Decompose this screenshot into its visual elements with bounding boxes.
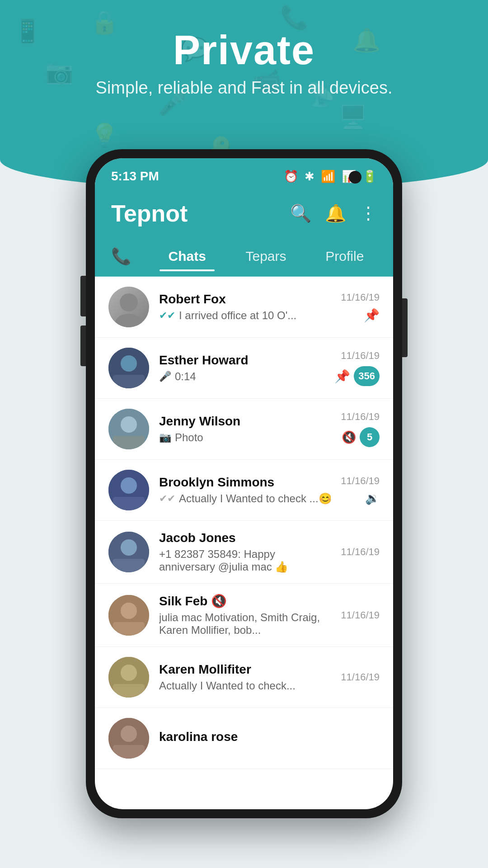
status-icons: ⏰ ✱ 📶 📊 🔋 [284,170,377,184]
chat-date: 11/16/19 [341,546,380,558]
power-button [402,298,408,357]
chat-content: Brooklyn Simmons ✔✔ Actually I Wanted to… [159,475,331,505]
phone-shell: 5:13 PM ⏰ ✱ 📶 📊 🔋 Tepnot 🔍 🔔 ⋮ [86,149,402,818]
chat-content: Robert Fox ✔✔ I arrived office at 10 O'.… [159,292,331,322]
status-bar: 5:13 PM ⏰ ✱ 📶 📊 🔋 [95,158,393,191]
chat-content: Jenny Wilson 📷 Photo [159,414,331,444]
avatar [108,657,149,698]
chat-content: karolina rose [159,730,370,747]
chat-item-karolina-rose[interactable]: karolina rose [95,708,393,769]
double-check-icon: ✔✔ [159,493,175,505]
svg-point-21 [121,726,137,742]
volume-mute-icon: 🔉 [365,491,380,505]
camera-hole [349,171,361,184]
volume-down-button [80,326,86,366]
camera-icon: 📷 [159,432,171,443]
svg-rect-22 [113,745,145,759]
wifi-icon: 📶 [321,170,335,184]
chat-date: 11/16/19 [341,350,380,362]
volume-up-button [80,276,86,316]
chat-meta: 11/16/19 [341,609,380,621]
chat-date: 11/16/19 [341,671,380,683]
chat-item-karen-mollifiter[interactable]: Karen Mollifiter Actually I Wanted to ch… [95,647,393,708]
hero-subtitle: Simple, reliable and Fast in all devices… [0,78,488,98]
phone-mockup: 5:13 PM ⏰ ✱ 📶 📊 🔋 Tepnot 🔍 🔔 ⋮ [86,149,402,818]
status-time: 5:13 PM [111,169,159,184]
chat-preview: 📷 Photo [159,431,331,444]
chat-name: karolina rose [159,730,370,744]
chat-content: Jacob Jones +1 82387 35849: Happy annive… [159,531,331,573]
mute-icon: 🔇 [342,430,356,444]
more-options-icon[interactable]: ⋮ [360,203,377,223]
chat-content: Karen Mollifiter Actually I Wanted to ch… [159,662,331,692]
app-header: Tepnot 🔍 🔔 ⋮ [95,191,393,236]
chat-name: Silk Feb 🔇 [159,594,331,609]
svg-rect-7 [113,436,145,449]
chat-preview: Actually I Wanted to check... [159,679,331,692]
chat-date: 11/16/19 [341,609,380,621]
avatar [108,718,149,759]
avatar [108,409,149,449]
pin-icon: 📌 [364,308,380,323]
hero-section: Private Simple, reliable and Fast in all… [0,27,488,98]
chat-preview: julia mac Motivation, Smith Craig, Karen… [159,611,331,637]
chat-preview: +1 82387 35849: Happy anniversary @julia… [159,548,331,573]
bluetooth-icon: ✱ [305,170,314,184]
chat-name: Karen Mollifiter [159,662,331,677]
svg-point-12 [121,539,137,556]
unpin-icon: 📌 [334,369,350,384]
svg-rect-4 [113,375,145,388]
notifications-icon[interactable]: 🔔 [325,203,346,223]
chat-name: Robert Fox [159,292,331,307]
chat-name: Esther Howard [159,353,324,368]
tab-tepars[interactable]: Tepars [226,242,305,270]
svg-rect-16 [113,622,145,636]
header-actions: 🔍 🔔 ⋮ [290,203,377,223]
search-icon[interactable]: 🔍 [290,203,311,223]
chat-preview: 🎤 0:14 [159,370,324,383]
chat-content: Esther Howard 🎤 0:14 [159,353,324,383]
chat-item-esther-howard[interactable]: Esther Howard 🎤 0:14 11/16/19 📌 356 [95,338,393,399]
chat-meta: 11/16/19 🔇 5 [341,411,380,447]
chat-preview: ✔✔ Actually I Wanted to check ...😊 [159,492,331,505]
alarm-icon: ⏰ [284,170,298,184]
avatar [108,595,149,636]
tab-chats[interactable]: Chats [148,242,226,270]
double-check-icon: ✔✔ [159,310,175,321]
avatar [108,287,149,327]
svg-rect-13 [113,559,145,572]
chat-meta: 11/16/19 📌 356 [334,350,380,386]
chat-date: 11/16/19 [341,292,380,303]
svg-point-1 [115,314,142,327]
phone-icon[interactable]: 📞 [104,242,139,270]
avatar [108,470,149,510]
chat-date: 11/16/19 [341,411,380,423]
battery-icon: 🔋 [362,170,377,184]
chat-date: 11/16/19 [341,475,380,487]
hero-title: Private [0,27,488,74]
chat-content: Silk Feb 🔇 julia mac Motivation, Smith C… [159,594,331,637]
svg-rect-10 [113,497,145,510]
svg-rect-19 [113,684,145,698]
chat-list: Robert Fox ✔✔ I arrived office at 10 O'.… [95,277,393,769]
chat-meta: 11/16/19 🔉 [341,475,380,505]
avatar [108,348,149,388]
chat-meta: 11/16/19 📌 [341,292,380,323]
phone-screen: 5:13 PM ⏰ ✱ 📶 📊 🔋 Tepnot 🔍 🔔 ⋮ [95,158,393,809]
svg-point-18 [121,665,137,681]
chat-preview: ✔✔ I arrived office at 10 O'... [159,309,331,322]
avatar [108,532,149,572]
svg-point-0 [120,293,138,311]
chat-item-jenny-wilson[interactable]: Jenny Wilson 📷 Photo 11/16/19 🔇 5 [95,399,393,460]
chat-item-robert-fox[interactable]: Robert Fox ✔✔ I arrived office at 10 O'.… [95,277,393,338]
chat-item-brooklyn-simmons[interactable]: Brooklyn Simmons ✔✔ Actually I Wanted to… [95,460,393,521]
chat-meta: 11/16/19 [341,546,380,558]
svg-point-3 [121,355,137,372]
tab-profile[interactable]: Profile [305,242,384,270]
chat-item-silk-feb[interactable]: Silk Feb 🔇 julia mac Motivation, Smith C… [95,584,393,647]
svg-point-15 [121,603,137,619]
chat-item-jacob-jones[interactable]: Jacob Jones +1 82387 35849: Happy annive… [95,521,393,584]
svg-point-9 [121,477,137,494]
chat-name: Jenny Wilson [159,414,331,429]
chat-meta: 11/16/19 [341,671,380,683]
